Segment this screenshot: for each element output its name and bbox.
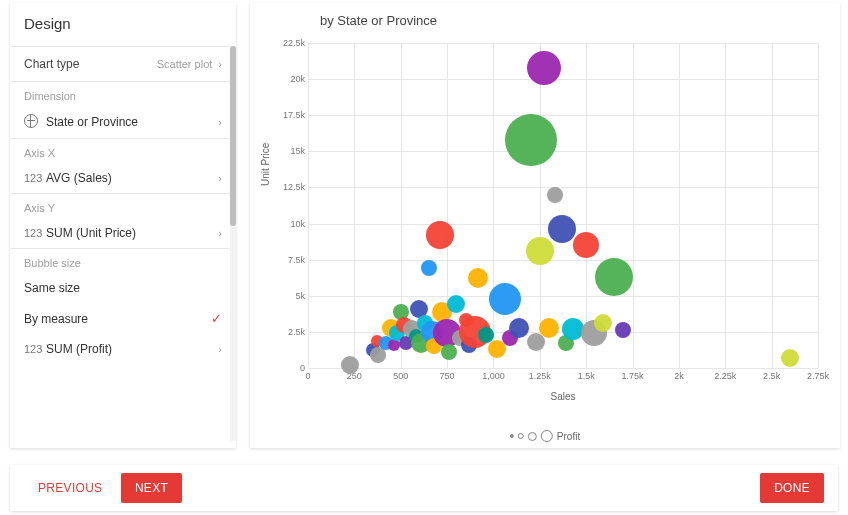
check-icon: ✓ xyxy=(211,311,222,326)
chevron-right-icon: › xyxy=(218,116,222,128)
chart-title: by State or Province xyxy=(250,3,840,28)
number-icon: 123 xyxy=(24,227,46,239)
y-tick: 2.5k xyxy=(269,327,305,337)
number-icon: 123 xyxy=(24,343,46,355)
legend-dot-icon xyxy=(510,434,514,438)
size-legend: Profit xyxy=(510,430,580,442)
design-panel: Design Chart type Scatter plot › Dimensi… xyxy=(10,3,236,448)
y-tick: 17.5k xyxy=(269,110,305,120)
legend-circle-icon xyxy=(541,430,553,442)
done-button[interactable]: DONE xyxy=(760,473,824,503)
by-measure-label: By measure xyxy=(24,312,88,326)
x-tick: 1.75k xyxy=(622,371,644,381)
legend-circle-icon xyxy=(528,432,537,441)
scatter-plot: Unit Price Sales 02.5k5k7.5k10k12.5k15k1… xyxy=(308,43,818,368)
chevron-right-icon: › xyxy=(218,227,222,239)
axis-x-value: AVG (Sales) xyxy=(46,171,218,185)
data-point[interactable] xyxy=(595,258,633,296)
axis-y-label: Axis Y xyxy=(10,194,236,218)
data-point[interactable] xyxy=(447,295,465,313)
next-button[interactable]: NEXT xyxy=(121,473,182,503)
bubble-measure-value: SUM (Profit) xyxy=(46,342,218,356)
same-size-option[interactable]: Same size xyxy=(10,273,236,303)
footer-bar: PREVIOUS NEXT DONE xyxy=(10,465,838,511)
data-point[interactable] xyxy=(594,314,612,332)
bubble-size-label: Bubble size xyxy=(10,249,236,273)
data-point[interactable] xyxy=(548,215,576,243)
x-axis-label: Sales xyxy=(550,391,575,402)
data-point[interactable] xyxy=(526,237,554,265)
number-icon: 123 xyxy=(24,172,46,184)
same-size-label: Same size xyxy=(24,281,80,295)
axis-x-label: Axis X xyxy=(10,139,236,163)
data-point[interactable] xyxy=(547,187,563,203)
data-point[interactable] xyxy=(539,318,559,338)
x-tick: 0 xyxy=(305,371,310,381)
y-tick: 0 xyxy=(269,363,305,373)
dimension-label: Dimension xyxy=(10,82,236,106)
data-point[interactable] xyxy=(426,221,454,249)
x-tick: 2.5k xyxy=(763,371,780,381)
data-point[interactable] xyxy=(527,51,561,85)
axis-x-item[interactable]: 123 AVG (Sales) › xyxy=(10,163,236,193)
x-tick: 750 xyxy=(440,371,455,381)
y-tick: 20k xyxy=(269,74,305,84)
globe-icon xyxy=(24,114,46,130)
dimension-item[interactable]: State or Province › xyxy=(10,106,236,138)
bubble-measure-item[interactable]: 123 SUM (Profit) › xyxy=(10,334,236,364)
chart-type-value: Scatter plot xyxy=(157,58,213,70)
data-point[interactable] xyxy=(441,344,457,360)
y-tick: 5k xyxy=(269,291,305,301)
chart-area: by State or Province Unit Price Sales 02… xyxy=(250,3,840,448)
data-point[interactable] xyxy=(489,283,521,315)
scrollbar[interactable] xyxy=(230,46,236,441)
previous-button[interactable]: PREVIOUS xyxy=(24,473,116,503)
legend-circle-icon xyxy=(518,433,524,439)
data-point[interactable] xyxy=(509,318,529,338)
y-tick: 10k xyxy=(269,219,305,229)
data-point[interactable] xyxy=(468,268,488,288)
chart-type-row[interactable]: Chart type Scatter plot › xyxy=(10,47,236,81)
x-tick: 2.75k xyxy=(807,371,829,381)
y-tick: 15k xyxy=(269,146,305,156)
y-tick: 12.5k xyxy=(269,182,305,192)
data-point[interactable] xyxy=(421,260,437,276)
y-tick: 7.5k xyxy=(269,255,305,265)
footer-left: PREVIOUS NEXT xyxy=(24,473,182,503)
chevron-right-icon: › xyxy=(218,343,222,355)
y-tick: 22.5k xyxy=(269,38,305,48)
axis-y-value: SUM (Unit Price) xyxy=(46,226,218,240)
x-tick: 2.25k xyxy=(714,371,736,381)
x-tick: 1,000 xyxy=(482,371,505,381)
chevron-right-icon: › xyxy=(218,172,222,184)
data-point[interactable] xyxy=(505,114,557,166)
data-point[interactable] xyxy=(781,349,799,367)
data-point[interactable] xyxy=(478,327,494,343)
data-point[interactable] xyxy=(615,322,631,338)
chart-type-label: Chart type xyxy=(24,57,157,71)
by-measure-option[interactable]: By measure ✓ xyxy=(10,303,236,334)
x-tick: 1.5k xyxy=(578,371,595,381)
x-tick: 500 xyxy=(393,371,408,381)
scrollbar-thumb[interactable] xyxy=(230,46,236,226)
size-legend-label: Profit xyxy=(557,431,580,442)
x-tick: 1.25k xyxy=(529,371,551,381)
axis-y-item[interactable]: 123 SUM (Unit Price) › xyxy=(10,218,236,248)
x-tick: 2k xyxy=(674,371,684,381)
data-point[interactable] xyxy=(573,232,599,258)
chevron-right-icon: › xyxy=(218,58,222,70)
panel-scroll: Chart type Scatter plot › Dimension Stat… xyxy=(10,46,236,441)
data-point[interactable] xyxy=(341,356,359,374)
dimension-value: State or Province xyxy=(46,115,218,129)
panel-title: Design xyxy=(10,3,236,46)
